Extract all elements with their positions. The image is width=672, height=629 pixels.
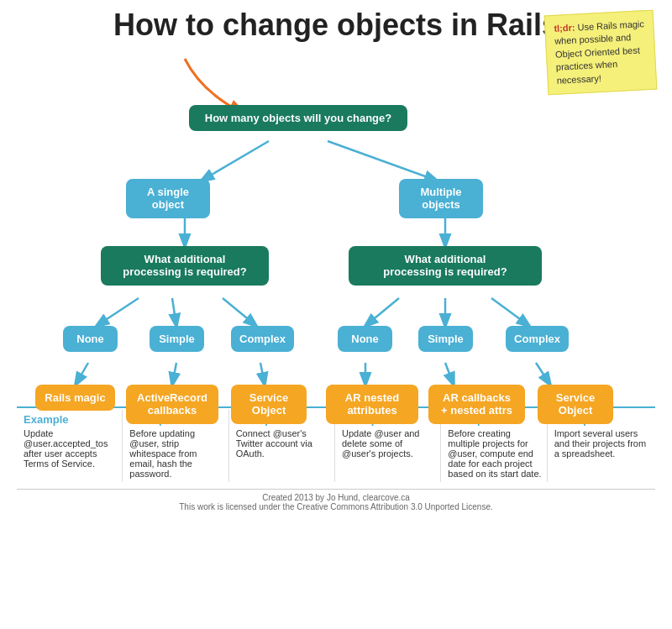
- svg-line-0: [202, 141, 269, 181]
- footer-line1: Created 2013 by Jo Hund, clearcove.ca: [17, 493, 655, 502]
- multiple-box: Multiple objects: [399, 179, 483, 218]
- svg-line-7: [365, 298, 399, 326]
- svg-line-4: [97, 298, 139, 326]
- single-box: A single object: [126, 179, 210, 218]
- simple-right-box: Simple: [418, 326, 473, 353]
- svg-line-14: [445, 363, 454, 385]
- svg-line-15: [536, 363, 550, 385]
- root-box: How many objects will you change?: [189, 105, 407, 132]
- service-obj-right-box: Service Object: [538, 385, 613, 424]
- svg-line-9: [491, 298, 529, 326]
- none-right-box: None: [338, 326, 392, 353]
- footer: Created 2013 by Jo Hund, clearcove.ca Th…: [17, 489, 655, 511]
- svg-line-6: [223, 298, 256, 326]
- svg-line-1: [328, 141, 437, 181]
- example-label-0: Example: [24, 413, 117, 426]
- complex-left-box: Complex: [231, 326, 294, 353]
- svg-line-12: [260, 363, 265, 385]
- ar-nested-box: AR nested attributes: [326, 385, 418, 424]
- page: How to change objects in Rails tl;dr: Us…: [0, 0, 672, 629]
- proc-right-box: What additional processing is required?: [349, 246, 542, 286]
- rails-magic-box: Rails magic: [35, 385, 115, 411]
- svg-line-5: [172, 298, 176, 326]
- svg-line-11: [172, 363, 176, 385]
- service-obj-left-box: Service Object: [231, 385, 307, 424]
- example-text-0: Update @user.accepted_tos after user acc…: [24, 428, 108, 469]
- footer-line2: This work is licensed under the Creative…: [17, 502, 655, 511]
- example-text-2: Connect @user's Twitter account via OAut…: [236, 428, 312, 459]
- diagram-area: How many objects will you change? A sing…: [17, 50, 655, 403]
- ar-callbacks-right-box: AR callbacks + nested attrs: [428, 385, 525, 424]
- svg-line-10: [76, 363, 88, 385]
- example-text-1: Before updating @user, strip whitespace …: [129, 428, 197, 479]
- complex-right-box: Complex: [506, 326, 569, 353]
- example-text-5: Import several users and their projects …: [554, 428, 646, 459]
- example-cell-0: Example Update @user.accepted_tos after …: [18, 410, 123, 482]
- ar-callbacks-box: ActiveRecord callbacks: [126, 385, 218, 424]
- simple-left-box: Simple: [150, 326, 204, 353]
- example-text-3: Update @user and delete some of @user's …: [342, 428, 420, 459]
- proc-left-box: What additional processing is required?: [101, 246, 269, 286]
- sticky-tldr: tl;dr:: [554, 23, 575, 34]
- none-left-box: None: [63, 326, 118, 353]
- example-text-4: Before creating multiple projects for @u…: [448, 428, 541, 479]
